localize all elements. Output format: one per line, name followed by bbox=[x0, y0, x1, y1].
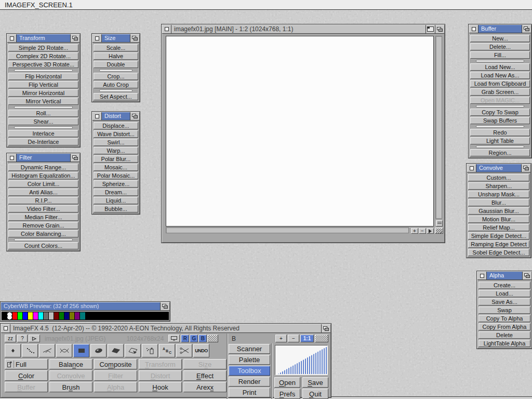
zoom-out-button[interactable]: − bbox=[288, 335, 299, 342]
full-button[interactable]: Full bbox=[5, 359, 48, 369]
distort-titlebar[interactable]: Distort bbox=[92, 112, 139, 121]
scale-button[interactable]: Scale... bbox=[94, 44, 138, 51]
de-interlace-button[interactable]: De-Interlace bbox=[8, 138, 78, 145]
zoom-out-gadget[interactable]: − bbox=[419, 228, 426, 234]
depth-gadget[interactable] bbox=[522, 272, 531, 280]
anti-alias-button[interactable]: Anti Alias... bbox=[8, 189, 78, 196]
rectangle-tool-button[interactable] bbox=[73, 344, 89, 357]
color-swatch[interactable] bbox=[112, 312, 116, 320]
palette-button[interactable]: Palette bbox=[229, 355, 270, 365]
play-button[interactable] bbox=[29, 335, 40, 342]
composite-button[interactable]: Composite bbox=[94, 359, 137, 369]
spherize-button[interactable]: Spherize... bbox=[94, 180, 138, 188]
region-button[interactable]: Region... bbox=[470, 149, 530, 156]
depth-gadget[interactable] bbox=[521, 164, 530, 172]
ellipse-tool-button[interactable] bbox=[90, 344, 107, 357]
buffer-titlebar[interactable]: Buffer bbox=[469, 25, 531, 33]
close-gadget[interactable] bbox=[469, 25, 478, 33]
color-swatch[interactable] bbox=[143, 312, 148, 320]
color-swatch[interactable] bbox=[91, 312, 96, 320]
rip-button[interactable]: R.I.P... bbox=[8, 197, 78, 204]
new-button[interactable]: New... bbox=[470, 35, 530, 42]
color-swatch[interactable] bbox=[18, 312, 22, 320]
depth-gadget[interactable] bbox=[321, 324, 330, 332]
effect-button[interactable]: Effect bbox=[183, 370, 227, 381]
color-swatch[interactable] bbox=[96, 312, 101, 320]
polar-mosaic-button[interactable]: Polar Mosaic... bbox=[94, 172, 138, 179]
video-filter-button[interactable]: Video Filter... bbox=[8, 205, 78, 212]
flip-vertical-button[interactable]: Flip Vertical bbox=[8, 81, 78, 88]
halve-button[interactable]: Halve bbox=[94, 52, 138, 60]
color-swatch[interactable] bbox=[64, 312, 69, 320]
fill-button[interactable]: Fill... bbox=[470, 51, 530, 59]
close-gadget[interactable] bbox=[7, 154, 17, 162]
gaussian-blur-button[interactable]: Gaussian Blur... bbox=[468, 207, 529, 215]
screen-button[interactable] bbox=[168, 335, 180, 342]
color-swatch[interactable] bbox=[7, 312, 12, 320]
liquid-button[interactable]: Liquid... bbox=[94, 197, 138, 204]
color-swatch[interactable] bbox=[33, 312, 38, 320]
color-swatch[interactable] bbox=[44, 312, 48, 320]
copy-to-swap-button[interactable]: Copy To Swap bbox=[470, 109, 530, 116]
toolbox-button[interactable]: Toolbox bbox=[229, 366, 270, 376]
lighttable-alpha-button[interactable]: LightTable Alpha bbox=[478, 340, 530, 347]
remove-grain-button[interactable]: Remove Grain... bbox=[8, 222, 78, 229]
filled-polygon-tool-button[interactable] bbox=[125, 344, 141, 357]
save-as-button[interactable]: Save As... bbox=[478, 298, 530, 305]
arexx-button[interactable]: Arexx bbox=[183, 382, 227, 392]
color-swatch[interactable] bbox=[158, 312, 163, 320]
zoom-one-to-one-button[interactable]: 1:1 bbox=[300, 335, 314, 342]
load-button[interactable]: Load... bbox=[478, 290, 530, 297]
freehand-tool-button[interactable] bbox=[22, 344, 38, 357]
interlace-button[interactable]: Interlace bbox=[8, 130, 78, 137]
channel-blue-button[interactable]: B bbox=[198, 335, 207, 342]
color-swatch[interactable] bbox=[138, 312, 142, 320]
brush-button[interactable]: Brush bbox=[49, 382, 92, 392]
zoom-gadget[interactable] bbox=[425, 25, 435, 33]
redo-button[interactable]: Redo bbox=[470, 129, 530, 136]
channel-green-button[interactable]: G bbox=[190, 335, 198, 342]
alpha-titlebar[interactable]: Alpha bbox=[477, 272, 531, 280]
print-button[interactable]: Print bbox=[229, 388, 270, 397]
color-swatch[interactable] bbox=[127, 312, 132, 320]
color-swatch[interactable] bbox=[70, 312, 74, 320]
polygon-tool-button[interactable] bbox=[108, 344, 124, 357]
color-swatch[interactable] bbox=[164, 312, 168, 320]
render-button[interactable]: Render bbox=[229, 377, 270, 387]
save-button[interactable]: Save bbox=[302, 377, 328, 388]
color-swatch[interactable] bbox=[2, 312, 7, 320]
copy-to-alpha-button[interactable]: Copy To Alpha bbox=[478, 315, 530, 322]
scissors-tool-button[interactable] bbox=[176, 344, 192, 357]
light-table-button[interactable]: Light Table bbox=[470, 137, 530, 144]
custom-button[interactable]: Custom... bbox=[468, 174, 529, 181]
hook-button[interactable]: Hook bbox=[139, 382, 182, 392]
depth-gadget[interactable] bbox=[70, 34, 79, 42]
airbrush-tool-button[interactable] bbox=[142, 344, 158, 357]
color-balancing-button[interactable]: Color Balancing... bbox=[8, 230, 78, 237]
transform-titlebar[interactable]: Transform bbox=[7, 34, 79, 43]
color-limit-button[interactable]: Color Limit... bbox=[8, 180, 78, 188]
close-gadget[interactable] bbox=[477, 272, 487, 280]
depth-gadget[interactable] bbox=[130, 34, 139, 42]
bubble-button[interactable]: Bubble... bbox=[94, 205, 138, 212]
line-tool-button[interactable] bbox=[39, 344, 55, 357]
image-window-titlebar[interactable]: imagefx01.jpg [MAIN] - 1:2 (1024x768, 1:… bbox=[162, 25, 444, 34]
wave-distort-button[interactable]: Wave Distort... bbox=[94, 130, 138, 138]
roll-button[interactable]: Roll... bbox=[8, 110, 78, 117]
close-gadget[interactable] bbox=[7, 34, 17, 42]
delete-alpha-button[interactable]: Delete bbox=[478, 331, 530, 339]
color-swatch[interactable] bbox=[28, 312, 33, 320]
median-filter-button[interactable]: Median Filter... bbox=[8, 214, 78, 221]
warp-button[interactable]: Warp... bbox=[94, 147, 138, 154]
scanner-button[interactable]: Scanner bbox=[229, 344, 270, 354]
mosaic-button[interactable]: Mosaic... bbox=[94, 164, 138, 171]
depth-gadget[interactable] bbox=[522, 25, 531, 33]
color-swatch[interactable] bbox=[117, 312, 122, 320]
mirror-horizontal-button[interactable]: Mirror Horizontal bbox=[8, 89, 78, 97]
quit-button[interactable]: Quit bbox=[302, 389, 328, 399]
horizontal-scrollbar[interactable] bbox=[166, 227, 409, 233]
polar-blur-button[interactable]: Polar Blur... bbox=[94, 155, 138, 163]
set-aspect-button[interactable]: Set Aspect... bbox=[94, 93, 138, 100]
complex-2d-rotate-button[interactable]: Complex 2D Rotate... bbox=[8, 52, 78, 60]
scroll-options-button[interactable] bbox=[436, 220, 443, 227]
